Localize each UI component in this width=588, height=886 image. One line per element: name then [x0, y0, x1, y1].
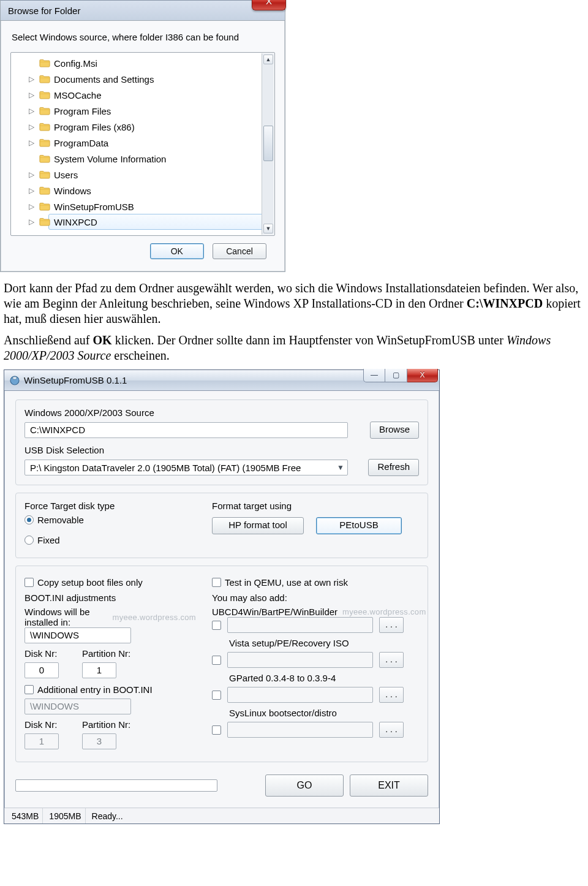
- chevron-down-icon[interactable]: ▼: [334, 463, 347, 472]
- add-vista-path: [227, 652, 373, 668]
- options-group: Copy setup boot files only BOOT.INI adju…: [15, 566, 428, 762]
- add-gparted-label: GParted 0.3.4-8 to 0.3.9-4: [229, 673, 426, 683]
- wsfu-titlebar[interactable]: WinSetupFromUSB 0.1.1 — ▢ X: [4, 370, 439, 391]
- expander-icon[interactable]: ▷: [27, 202, 36, 211]
- radio-removable[interactable]: Removable: [24, 515, 196, 525]
- radio-fixed-label: Fixed: [37, 535, 60, 545]
- radio-fixed[interactable]: Fixed: [24, 535, 196, 545]
- folder-tree-item[interactable]: ▷Config.Msi: [49, 55, 273, 71]
- test-qemu-checkbox[interactable]: Test in QEMU, use at own risk: [212, 577, 426, 588]
- paragraph-2: Anschließend auf OK klicken. Der Ordner …: [4, 333, 584, 363]
- install-path-2-input: \WINDOWS: [24, 699, 131, 714]
- svg-rect-1: [13, 377, 17, 379]
- expander-icon[interactable]: ▷: [27, 138, 36, 147]
- watermark-left: myeee.wordpress.com: [113, 613, 196, 622]
- expander-icon[interactable]: ▷: [27, 123, 36, 131]
- wsfu-body: Windows 2000/XP/2003 Source C:\WINXPCD B…: [4, 391, 439, 808]
- folder-label: WinSetupFromUSB: [54, 202, 134, 212]
- format-group: Force Target disk type Removable Fixed F…: [15, 493, 428, 558]
- part-nr-2-input: 3: [82, 733, 116, 749]
- dialog-titlebar[interactable]: Browse for Folder X: [1, 0, 285, 21]
- checkbox-icon[interactable]: [212, 578, 221, 587]
- dialog-button-row: OK Cancel: [10, 236, 275, 268]
- document-text: Dort kann der Pfad zu dem Ordner ausgewä…: [0, 281, 588, 363]
- add-ubcd-checkbox[interactable]: [212, 621, 221, 630]
- hp-format-tool-button[interactable]: HP format tool: [212, 517, 304, 534]
- usb-disk-combobox[interactable]: P:\ Kingston DataTraveler 2.0 (1905MB To…: [24, 460, 348, 475]
- boot-ini-label: BOOT.INI adjustments: [24, 593, 196, 603]
- dialog-body: Select Windows source, where folder I386…: [1, 21, 285, 271]
- scroll-up-button[interactable]: ▲: [263, 55, 273, 64]
- dialog-prompt: Select Windows source, where folder I386…: [12, 32, 275, 42]
- format-using-label: Format target using: [212, 501, 419, 511]
- expander-icon[interactable]: ▷: [27, 170, 36, 179]
- usb-label: USB Disk Selection: [24, 445, 419, 455]
- close-button[interactable]: X: [252, 0, 286, 10]
- folder-tree-item[interactable]: ▷Documents and Settings: [49, 71, 273, 87]
- folder-tree-item[interactable]: ▷WINXPCD: [48, 214, 274, 230]
- part-nr-1-input[interactable]: 1: [82, 662, 116, 678]
- part-nr-1-label: Partition Nr:: [82, 648, 130, 659]
- expander-icon[interactable]: ▷: [27, 75, 36, 83]
- disk-nr-1-input[interactable]: 0: [24, 662, 59, 678]
- scroll-thumb[interactable]: [263, 126, 273, 161]
- add-syslinux-browse[interactable]: . . .: [379, 722, 404, 738]
- folder-label: MSOCache: [54, 90, 102, 100]
- status-cell-2: 1905MB: [45, 808, 85, 824]
- wsfu-title: WinSetupFromUSB 0.1.1: [24, 375, 127, 385]
- add-gparted-path: [227, 687, 373, 703]
- expander-icon[interactable]: ▷: [27, 218, 36, 226]
- go-button[interactable]: GO: [265, 774, 344, 797]
- checkbox-icon[interactable]: [24, 578, 34, 587]
- expander-icon[interactable]: ▷: [27, 91, 36, 99]
- folder-tree-item[interactable]: ▷WinSetupFromUSB: [49, 199, 273, 214]
- add-vista-browse[interactable]: . . .: [379, 652, 404, 668]
- folder-tree-item[interactable]: ▷System Volume Information: [49, 151, 273, 167]
- close-button[interactable]: X: [407, 369, 438, 382]
- maximize-button[interactable]: ▢: [385, 369, 407, 382]
- additional-entry-checkbox[interactable]: Additional entry in BOOT.INI: [24, 684, 196, 695]
- radio-removable-indicator[interactable]: [24, 515, 34, 524]
- ok-button[interactable]: OK: [150, 243, 204, 259]
- add-ubcd-browse[interactable]: . . .: [379, 617, 404, 633]
- force-type-label: Force Target disk type: [24, 501, 196, 511]
- folder-tree-item[interactable]: ▷Users: [49, 167, 273, 183]
- also-add-label: You may also add:: [212, 593, 426, 603]
- copy-setup-only-checkbox[interactable]: Copy setup boot files only: [24, 577, 196, 588]
- paragraph-1: Dort kann der Pfad zu dem Ordner ausgewä…: [4, 281, 584, 327]
- folder-tree-item[interactable]: ▷Program Files: [49, 103, 273, 119]
- add-gparted-checkbox[interactable]: [212, 691, 221, 700]
- folder-tree-item[interactable]: ▷Windows: [49, 183, 273, 199]
- status-bar: 543MB 1905MB Ready...: [4, 808, 439, 824]
- add-vista-label: Vista setup/PE/Recovery ISO: [229, 638, 426, 648]
- folder-label: System Volume Information: [54, 154, 166, 164]
- exit-button[interactable]: EXIT: [350, 774, 428, 797]
- folder-tree[interactable]: ▷Config.Msi▷Documents and Settings▷MSOCa…: [10, 52, 275, 236]
- expander-icon[interactable]: ▷: [27, 186, 36, 195]
- folder-label: WINXPCD: [54, 217, 97, 227]
- source-label: Windows 2000/XP/2003 Source: [24, 407, 419, 418]
- scroll-down-button[interactable]: ▼: [263, 224, 273, 233]
- install-path-1-input[interactable]: \WINDOWS: [24, 627, 131, 643]
- add-gparted-browse[interactable]: . . .: [379, 687, 404, 703]
- source-path-input[interactable]: C:\WINXPCD: [24, 422, 348, 438]
- folder-tree-item[interactable]: ▷Program Files (x86): [49, 119, 273, 135]
- add-syslinux-checkbox[interactable]: [212, 725, 221, 735]
- cancel-button[interactable]: Cancel: [213, 243, 266, 259]
- folder-tree-item[interactable]: ▷ProgramData: [49, 135, 273, 151]
- minimize-button[interactable]: —: [363, 369, 385, 382]
- add-vista-checkbox[interactable]: [212, 656, 221, 665]
- expander-icon[interactable]: ▷: [27, 107, 36, 115]
- installed-in-label: Windows will be installed in:: [24, 607, 109, 627]
- radio-fixed-indicator[interactable]: [24, 536, 34, 545]
- checkbox-icon[interactable]: [24, 685, 34, 694]
- browse-button[interactable]: Browse: [370, 422, 419, 439]
- folder-tree-item[interactable]: ▷MSOCache: [49, 87, 273, 103]
- refresh-button[interactable]: Refresh: [368, 459, 419, 476]
- petousb-button[interactable]: PEtoUSB: [316, 517, 402, 534]
- app-icon: [9, 375, 20, 386]
- tree-scrollbar[interactable]: ▲ ▼: [262, 53, 274, 235]
- add-ubcd-label: UBCD4Win/BartPE/WinBuilder: [212, 607, 337, 617]
- additional-entry-label: Additional entry in BOOT.INI: [37, 684, 153, 695]
- watermark-right: myeee.wordpress.com: [342, 607, 426, 616]
